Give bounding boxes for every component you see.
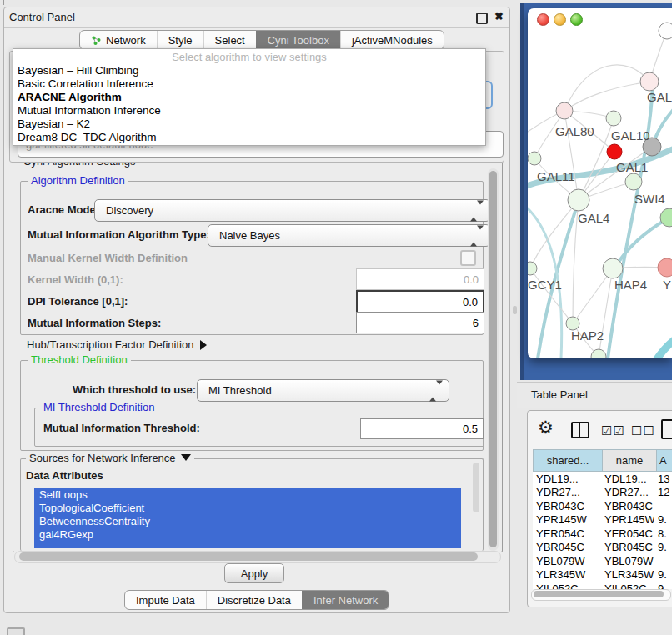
network-node-label: HAP2: [571, 328, 604, 342]
tab-discretize-data[interactable]: Discretize Data: [206, 591, 302, 609]
algorithm-option[interactable]: Bayesian – Hill Climbing: [13, 64, 485, 78]
dpi-tolerance-field[interactable]: 0.0: [356, 290, 484, 313]
tab-select-label: Select: [215, 34, 245, 47]
attributes-list-scrollbar[interactable]: [473, 462, 479, 512]
network-node[interactable]: [556, 102, 573, 119]
tab-infer-network[interactable]: Infer Network: [302, 591, 389, 609]
table-row[interactable]: YDR27...YDR27...12: [533, 486, 672, 500]
split-columns-icon[interactable]: [571, 422, 589, 438]
algorithm-option[interactable]: Bayesian – K2: [13, 118, 485, 131]
table-row[interactable]: YIL052CYIL052C9.: [533, 582, 672, 589]
network-node[interactable]: [606, 111, 621, 126]
network-node[interactable]: [659, 22, 672, 39]
mi-threshold-field[interactable]: 0.5: [360, 418, 484, 439]
table-panel: ⚙ ☑☑ ☐☐ shared... name A YDL19...YDL19..…: [527, 410, 672, 608]
algorithm-options: Bayesian – Hill ClimbingBasic Correlatio…: [13, 64, 485, 144]
network-node[interactable]: [625, 173, 642, 190]
aracne-mode-label: Aracne Mode:: [28, 203, 99, 216]
algorithm-option[interactable]: Mutual Information Inference: [13, 104, 485, 118]
table-row[interactable]: YBR045CYBR045C9.: [533, 541, 672, 555]
tab-select[interactable]: Select: [203, 31, 256, 49]
network-node[interactable]: [528, 262, 537, 275]
tab-cyni-toolbox[interactable]: Cyni Toolbox: [256, 31, 340, 49]
algorithm-option[interactable]: ARACNE Algorithm: [13, 91, 485, 104]
tab-impute-data-label: Impute Data: [136, 594, 195, 607]
column-header-partial[interactable]: A: [656, 450, 672, 471]
network-node[interactable]: [607, 144, 622, 159]
table-cell: YPR145W: [601, 513, 654, 526]
mi-steps-field[interactable]: 6: [356, 312, 484, 333]
spinner-arrows-icon: [429, 384, 443, 397]
data-attribute-item[interactable]: TopologicalCoefficient: [34, 502, 461, 515]
deselect-columns-icon[interactable]: ☐☐: [631, 423, 655, 438]
export-table-icon[interactable]: [661, 419, 672, 439]
threshold-definition-group: Threshold Definition Which threshold to …: [20, 360, 484, 451]
network-node-label: GAL80: [555, 124, 594, 138]
network-view-window[interactable]: GALGAL80GAL10GAL1GAL11SWI4GAL4GCY1HAP4YH…: [528, 8, 672, 358]
network-canvas[interactable]: GALGAL80GAL10GAL1GAL11SWI4GAL4GCY1HAP4YH…: [528, 8, 672, 358]
network-edge[interactable]: [564, 65, 649, 111]
table-row[interactable]: YBL079WYBL079W: [533, 554, 672, 568]
table-horizontal-scrollbar-track[interactable]: [531, 589, 671, 601]
data-attribute-item[interactable]: SelfLoops: [34, 488, 461, 502]
network-edge[interactable]: [652, 338, 672, 358]
network-node[interactable]: [660, 208, 672, 227]
table-row[interactable]: YLR345WYLR345W9.: [533, 568, 672, 582]
tab-style-label: Style: [168, 34, 193, 47]
algorithm-option[interactable]: Basic Correlation Inference: [13, 78, 485, 91]
mi-steps-label: Mutual Information Steps:: [28, 317, 161, 329]
algorithm-option[interactable]: Dream8 DC_TDC Algorithm: [13, 131, 485, 144]
network-node[interactable]: [568, 189, 589, 211]
data-attribute-item[interactable]: BetweennessCentrality: [34, 515, 461, 528]
network-node[interactable]: [658, 258, 672, 277]
table-cell: YPR145W: [533, 513, 601, 526]
network-icon: [91, 35, 102, 46]
which-threshold-combobox[interactable]: MI Threshold: [197, 379, 449, 402]
tab-impute-data[interactable]: Impute Data: [125, 591, 206, 609]
network-node[interactable]: [640, 72, 659, 91]
hub-definition-label: Hub/Transcription Factor Definition: [27, 338, 193, 351]
network-node-label: GAL11: [537, 169, 575, 183]
select-columns-icon[interactable]: ☑☑: [601, 423, 625, 438]
kernel-width-field[interactable]: 0.0: [356, 268, 484, 290]
manual-kernel-checkbox[interactable]: [460, 250, 476, 266]
control-panel-titlebar: Control Panel ✖: [4, 8, 509, 28]
tab-network[interactable]: Network: [80, 31, 157, 49]
network-node-label: GAL10: [611, 128, 650, 142]
apply-button[interactable]: Apply: [224, 563, 284, 583]
network-node[interactable]: [528, 152, 541, 165]
sources-group: Sources for Network Inference Data Attri…: [20, 458, 484, 551]
table-cell: YDL19...: [533, 472, 601, 485]
network-edge[interactable]: [564, 82, 649, 111]
table-cell: 9.: [654, 582, 672, 589]
column-header-shared-name[interactable]: shared...: [534, 450, 602, 471]
cyni-algorithm-settings-panel: Cyni Algorithm Settings Algorithm Defini…: [13, 162, 503, 552]
table-row[interactable]: YPR145WYPR145W9.: [533, 513, 672, 528]
mi-type-combobox[interactable]: Naive Bayes: [208, 224, 490, 247]
sources-toggle[interactable]: Sources for Network Inference: [26, 452, 194, 464]
minimized-panel-icon[interactable]: [7, 628, 25, 635]
expand-right-icon: [200, 340, 207, 350]
gear-icon[interactable]: ⚙: [538, 418, 554, 438]
tab-jactivemnodules[interactable]: jActiveMNodules: [340, 31, 444, 49]
table-row[interactable]: YBR043CYBR043C: [533, 499, 672, 513]
network-node[interactable]: [603, 258, 623, 278]
table-cell: YBL079W: [601, 555, 654, 568]
table-cell: 12: [654, 486, 672, 498]
settings-horizontal-scrollbar-thumb[interactable]: [19, 552, 478, 561]
tab-network-label: Network: [106, 34, 146, 47]
float-window-icon[interactable]: [476, 12, 488, 24]
table-horizontal-scrollbar-thumb[interactable]: [534, 591, 664, 598]
close-icon[interactable]: ✖: [494, 10, 504, 22]
hub-definition-toggle[interactable]: Hub/Transcription Factor Definition: [27, 338, 207, 351]
table-row[interactable]: YER054CYER054C8.: [533, 527, 672, 541]
aracne-mode-combobox[interactable]: Discovery: [94, 199, 490, 222]
column-header-name[interactable]: name: [602, 450, 656, 471]
tab-discretize-data-label: Discretize Data: [218, 594, 291, 607]
manual-kernel-label: Manual Kernel Width Definition: [28, 252, 188, 264]
settings-vertical-scrollbar-thumb[interactable]: [489, 171, 497, 548]
tab-style[interactable]: Style: [157, 31, 203, 49]
table-row[interactable]: YDL19...YDL19...13: [533, 472, 672, 486]
pane-splitter-handle[interactable]: [513, 306, 517, 314]
data-attribute-item[interactable]: gal4RGexp: [34, 528, 461, 542]
